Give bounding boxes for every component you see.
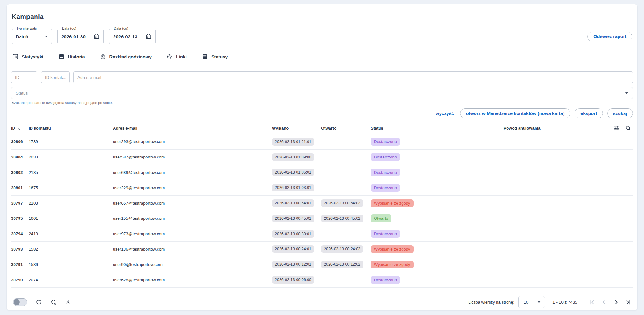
stopwatch-icon	[100, 54, 106, 60]
date-from-field[interactable]: Data (od) 2026-01-30	[57, 29, 104, 44]
export-button[interactable]: eksport	[575, 108, 603, 118]
table-row[interactable]: 30791 1536 user90@testraportow.com 2026-…	[11, 257, 633, 272]
email-filter-input[interactable]	[73, 71, 633, 83]
table-row[interactable]: 30795 1601 user155@testraportow.com 2026…	[11, 211, 633, 226]
table-row[interactable]: 30804 2033 user587@testraportow.com 2026…	[11, 150, 633, 165]
tab-linki[interactable]: Linki	[166, 54, 187, 64]
cell-opened: 2026-02-13 00:12:02	[321, 261, 371, 268]
sort-desc-icon[interactable]	[17, 126, 21, 130]
sent-badge: 2026-02-13 00:54:01	[272, 199, 314, 207]
rows-per-page-value: 10	[524, 300, 528, 305]
search-filter-row	[11, 71, 633, 83]
sent-badge: 2026-02-13 01:21:01	[272, 138, 314, 146]
last-page-button[interactable]	[625, 299, 631, 305]
tab-statystyki[interactable]: Statystyki	[12, 54, 44, 64]
cell-email: user229@testraportow.com	[113, 185, 272, 190]
table-row[interactable]: 30790 2074 user628@testraportow.com 2026…	[11, 272, 633, 288]
first-page-button[interactable]	[589, 299, 595, 305]
interval-type-select[interactable]: Typ interwału Dzień	[12, 29, 52, 44]
statuses-table: ID ID kontaktu Adres e-mail Wysłano Otwa…	[11, 122, 633, 288]
status-filter-select[interactable]: Status	[11, 87, 633, 99]
id-filter-input[interactable]	[11, 71, 37, 83]
cell-status: Otwarto	[371, 214, 439, 222]
table-row[interactable]: 30797 2103 user657@testraportow.com 2026…	[11, 196, 633, 211]
table-row[interactable]: 30794 2419 user973@testraportow.com 2026…	[11, 226, 633, 242]
click-target-icon	[167, 54, 173, 60]
cell-contact-id: 2419	[29, 231, 113, 236]
column-header-contact-id[interactable]: ID kontaktu	[29, 126, 113, 130]
cell-email: user90@testraportow.com	[113, 262, 272, 267]
cell-sent: 2026-02-13 00:12:01	[272, 261, 321, 268]
download-button[interactable]	[65, 299, 71, 305]
column-settings-icon[interactable]	[614, 125, 619, 131]
clear-button[interactable]: wyczyść	[436, 111, 454, 116]
column-header-cancel-reason[interactable]: Powód anulowania	[439, 126, 605, 130]
contact-id-filter-input[interactable]	[41, 71, 70, 83]
column-header-email[interactable]: Adres e-mail	[113, 126, 272, 130]
tab-rozklad-godzinowy[interactable]: Rozkład godzinowy	[99, 54, 153, 64]
cell-tools	[605, 180, 633, 195]
status-badge: Dostarczono	[371, 169, 400, 176]
calendar-icon[interactable]	[94, 34, 100, 40]
cell-tools	[605, 165, 633, 180]
cell-tools	[605, 211, 633, 226]
opened-badge: 2026-02-13 00:45:02	[321, 215, 363, 222]
cell-tools	[605, 150, 633, 165]
open-contact-manager-button[interactable]: otwórz w Menedżerze kontaktów (nowa kart…	[460, 108, 570, 118]
cell-id: 30791	[11, 262, 29, 267]
cell-status: Wypisanie ze zgody	[371, 245, 439, 253]
table-row[interactable]: 30802 2135 user689@testraportow.com 2026…	[11, 165, 633, 180]
cell-id: 30797	[11, 201, 29, 206]
column-header-opened[interactable]: Otwarto	[321, 126, 371, 130]
area-image-icon	[58, 54, 64, 60]
status-badge: Dostarczono	[371, 153, 400, 161]
cell-email: user587@testraportow.com	[113, 155, 272, 159]
date-to-label: Data (do)	[112, 26, 130, 30]
cell-sent: 2026-02-13 01:09:00	[272, 153, 321, 161]
status-badge: Otwarto	[371, 214, 391, 222]
table-row[interactable]: 30793 1582 user136@testraportow.com 2026…	[11, 242, 633, 257]
column-header-id[interactable]: ID	[11, 126, 29, 130]
row-select-toggle[interactable]	[13, 298, 27, 306]
refresh-settings-button[interactable]	[50, 299, 57, 305]
column-header-status[interactable]: Status	[371, 126, 439, 130]
cell-contact-id: 1739	[29, 139, 113, 144]
cell-opened: 2026-02-13 00:24:02	[321, 245, 371, 253]
cell-sent: 2026-02-13 01:03:01	[272, 184, 321, 191]
cell-sent: 2026-02-13 00:06:00	[272, 276, 321, 284]
table-row[interactable]: 30801 1675 user229@testraportow.com 2026…	[11, 180, 633, 196]
opened-badge: 2026-02-13 00:54:02	[321, 199, 363, 207]
rows-per-page-select[interactable]: 10	[518, 296, 545, 308]
search-button[interactable]: szukaj	[607, 108, 633, 118]
cell-status: Dostarczono	[371, 153, 439, 161]
table-footer: Liczba wierszy na stronę: 10 1 - 10 z 74…	[7, 294, 637, 310]
tab-label: Statystyki	[22, 54, 43, 59]
opened-badge: 2026-02-13 00:12:02	[321, 261, 363, 268]
tab-label: Rozkład godzinowy	[109, 54, 152, 59]
table-search-icon[interactable]	[625, 125, 631, 131]
cell-id: 30793	[11, 247, 29, 251]
calendar-icon[interactable]	[146, 34, 152, 40]
prev-page-icon	[601, 299, 607, 305]
bar-chart-icon	[12, 54, 18, 60]
refresh-report-button[interactable]: Odśwież raport	[587, 32, 632, 41]
cell-tools	[605, 257, 633, 272]
date-to-field[interactable]: Data (do) 2026-02-13	[109, 29, 156, 44]
prev-page-button[interactable]	[601, 299, 607, 305]
last-page-icon	[625, 299, 631, 305]
refresh-table-button[interactable]	[36, 299, 42, 305]
sent-badge: 2026-02-13 01:06:01	[272, 169, 314, 176]
date-from-label: Data (od)	[60, 26, 78, 30]
cell-tools	[605, 196, 633, 211]
next-page-button[interactable]	[613, 299, 619, 305]
pager-buttons	[589, 299, 631, 305]
refresh-settings-icon	[50, 299, 57, 305]
tab-statusy[interactable]: Statusy	[201, 54, 228, 64]
cell-status: Wypisanie ze zgody	[371, 199, 439, 207]
tab-label: Historia	[68, 54, 85, 59]
status-badge: Wypisanie ze zgody	[371, 245, 414, 253]
column-header-sent[interactable]: Wysłano	[272, 126, 321, 130]
cell-contact-id: 1536	[29, 262, 113, 267]
tab-historia[interactable]: Historia	[58, 54, 86, 64]
table-row[interactable]: 30806 1739 user293@testraportow.com 2026…	[11, 134, 633, 150]
